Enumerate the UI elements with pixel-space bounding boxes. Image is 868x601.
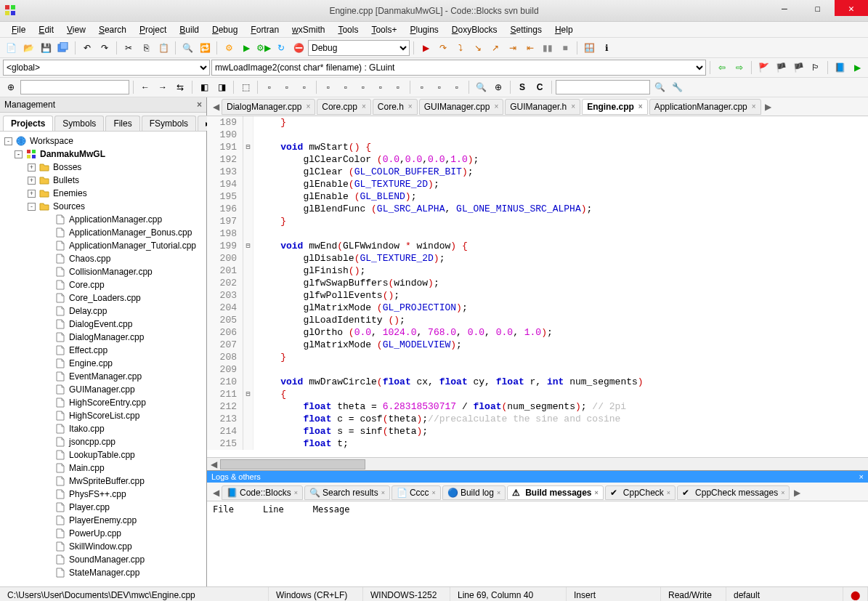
tool4-icon[interactable]: ▫ [320, 79, 336, 95]
tree-item[interactable]: Delay.cpp [1, 304, 205, 318]
info-icon[interactable]: ℹ [599, 40, 615, 56]
tree-item[interactable]: MwSpriteBuffer.cpp [1, 475, 205, 488]
tree-item[interactable]: HighScoreEntry.cpp [1, 396, 205, 409]
tree-item[interactable]: Player.cpp [1, 501, 205, 514]
panel-close-icon[interactable]: × [197, 100, 202, 110]
abort-icon[interactable]: ⛔ [291, 40, 307, 56]
editor-tab[interactable]: Core.h× [373, 99, 418, 115]
tab-close-icon[interactable]: × [638, 102, 643, 110]
build-icon[interactable]: ⚙ [221, 40, 237, 56]
build-target-select[interactable]: Debug [308, 40, 410, 56]
tree-item[interactable]: +Bullets [1, 174, 205, 187]
log-tab[interactable]: ✔CppCheck× [605, 485, 676, 500]
editor-tab[interactable]: Core.cpp× [317, 99, 371, 115]
menu-edit[interactable]: Edit [33, 23, 60, 36]
tree-item[interactable]: HighScoreList.cpp [1, 409, 205, 422]
tool1-icon[interactable]: ▫ [261, 79, 277, 95]
log-tab[interactable]: 🔍Search results× [304, 485, 390, 500]
tree-item[interactable]: Effect.cpp [1, 344, 205, 357]
tree-item[interactable]: Itako.cpp [1, 422, 205, 435]
tool2-icon[interactable]: ▫ [279, 79, 295, 95]
mgmt-tab-projects[interactable]: Projects [3, 116, 53, 131]
tab-close-icon[interactable]: × [494, 102, 498, 110]
forward-icon[interactable]: ⇨ [731, 60, 747, 76]
break-icon[interactable]: ▮▮ [540, 40, 556, 56]
tree-item[interactable]: -Workspace [1, 134, 205, 148]
step-into-icon[interactable]: ↘ [470, 40, 486, 56]
log-tab[interactable]: 📄Cccc× [392, 485, 441, 500]
nav-back-icon[interactable]: ← [137, 79, 153, 95]
doxy-run-icon[interactable]: ▶ [849, 60, 865, 76]
logtab-close-icon[interactable]: × [595, 489, 599, 496]
new-file-icon[interactable]: 📄 [3, 40, 19, 56]
run-icon[interactable]: ▶ [238, 40, 254, 56]
tree-item[interactable]: ApplicationManager_Tutorial.cpp [1, 239, 205, 252]
mgmt-tab-files[interactable]: Files [105, 116, 139, 131]
doxy-icon[interactable]: 📘 [832, 60, 848, 76]
tool10-icon[interactable]: ▫ [431, 79, 447, 95]
log-tab[interactable]: ✔CppCheck messages× [677, 485, 790, 500]
goto-input[interactable] [20, 80, 129, 94]
logtab-close-icon[interactable]: × [667, 489, 670, 496]
logtab-close-icon[interactable]: × [497, 489, 500, 496]
diff-icon[interactable]: ◧ [196, 79, 212, 95]
editor-tab[interactable]: GUIManager.cpp× [419, 99, 504, 115]
mgmt-tab-fsymbols[interactable]: FSymbols [142, 116, 196, 131]
menu-file[interactable]: File [6, 23, 31, 36]
logtab-close-icon[interactable]: × [381, 489, 385, 496]
logtab-close-icon[interactable]: × [294, 489, 298, 496]
tab-close-icon[interactable]: × [306, 102, 310, 110]
bookmark-clear-icon[interactable]: 🏳 [808, 60, 824, 76]
maximize-button[interactable]: ☐ [801, 0, 835, 16]
menu-doxyblocks[interactable]: DoxyBlocks [446, 23, 503, 36]
log-tab[interactable]: 📘Code::Blocks× [222, 485, 303, 500]
close-button[interactable]: ✕ [835, 0, 868, 16]
logtab-close-icon[interactable]: × [432, 489, 436, 496]
tree-item[interactable]: CollisionManager.cpp [1, 265, 205, 278]
next-instr-icon[interactable]: ⇥ [505, 40, 521, 56]
menu-settings[interactable]: Settings [505, 23, 548, 36]
step-out-icon[interactable]: ↗ [487, 40, 503, 56]
tree-item[interactable]: -DanmakuMwGL [1, 148, 205, 161]
tab-next-icon[interactable]: ▶ [763, 102, 774, 112]
bookmark-next-icon[interactable]: 🏴 [790, 60, 806, 76]
back-icon[interactable]: ⇦ [714, 60, 730, 76]
menu-build[interactable]: Build [174, 23, 205, 36]
save-all-icon[interactable] [55, 40, 71, 56]
function-select[interactable]: mwLoadImage2(const char* filename) : GLu… [211, 60, 706, 76]
menu-fortran[interactable]: Fortran [245, 23, 285, 36]
tree-item[interactable]: Main.cpp [1, 461, 205, 475]
tool9-icon[interactable]: ▫ [414, 79, 430, 95]
tree-item[interactable]: PowerUp.cpp [1, 527, 205, 540]
redo-icon[interactable]: ↷ [97, 40, 113, 56]
tree-item[interactable]: PhysFS++.cpp [1, 488, 205, 501]
tree-item[interactable]: LookupTable.cpp [1, 448, 205, 461]
bookmark-prev-icon[interactable]: 🏴 [773, 60, 789, 76]
tree-item[interactable]: StateManager.cpp [1, 566, 205, 579]
copy-icon[interactable]: ⎘ [138, 40, 154, 56]
tree-item[interactable]: Core_Loaders.cpp [1, 291, 205, 304]
menu-debug[interactable]: Debug [206, 23, 243, 36]
tree-item[interactable]: ApplicationManager.cpp [1, 213, 205, 226]
cut-icon[interactable]: ✂ [121, 40, 137, 56]
debug-windows-icon[interactable]: 🪟 [581, 40, 597, 56]
rebuild-icon[interactable]: ↻ [273, 40, 289, 56]
run-to-cursor-icon[interactable]: ↷ [435, 40, 451, 56]
tab-close-icon[interactable]: × [408, 102, 413, 110]
tree-item[interactable]: DialogManager.cpp [1, 331, 205, 344]
editor-tab[interactable]: Engine.cpp× [582, 99, 648, 115]
mgmt-tab-symbols[interactable]: Symbols [54, 116, 104, 131]
find-icon[interactable]: 🔍 [179, 40, 195, 56]
tool6-icon[interactable]: ▫ [355, 79, 371, 95]
replace-icon[interactable]: 🔁 [197, 40, 213, 56]
search-opt-icon[interactable]: 🔧 [669, 79, 685, 95]
project-tree[interactable]: -Workspace-DanmakuMwGL+Bosses+Bullets+En… [0, 132, 206, 586]
tree-item[interactable]: ApplicationManager_Bonus.cpp [1, 226, 205, 239]
open-file-icon[interactable]: 📂 [20, 40, 36, 56]
menu-wxsmith[interactable]: wxSmith [286, 23, 330, 36]
zoom-in-icon[interactable]: ⊕ [490, 79, 506, 95]
tool11-icon[interactable]: ▫ [449, 79, 465, 95]
menu-view[interactable]: View [61, 23, 92, 36]
tree-item[interactable]: SkillWindow.cpp [1, 540, 205, 553]
scope-select[interactable]: <global> [3, 60, 210, 76]
